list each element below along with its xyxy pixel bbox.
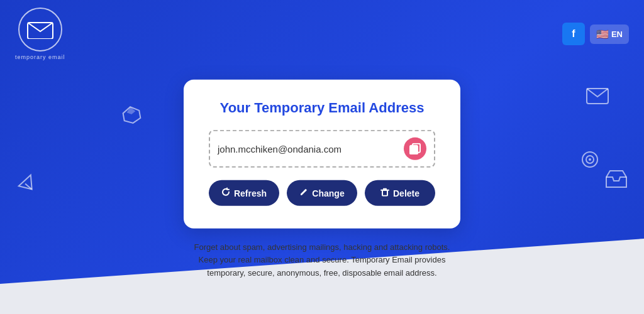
email-address: john.mcchiken@ondania.com — [218, 143, 399, 154]
antenna-icon — [581, 151, 599, 172]
card-title: Your Temporary Email Address — [209, 100, 435, 116]
delete-icon — [380, 188, 389, 198]
gem-icon — [121, 104, 143, 131]
language-selector[interactable]: 🇺🇸 EN — [590, 24, 629, 44]
header-right: f 🇺🇸 EN — [562, 23, 629, 45]
email-field: john.mcchiken@ondania.com — [209, 130, 435, 168]
svg-marker-5 — [126, 106, 136, 115]
copy-button[interactable] — [404, 138, 426, 160]
header: temporary email f 🇺🇸 EN — [0, 0, 644, 68]
flag-icon: 🇺🇸 — [596, 28, 609, 40]
logo-icon — [26, 20, 54, 39]
svg-rect-13 — [410, 146, 418, 154]
mail-icon — [586, 88, 609, 109]
svg-point-11 — [589, 158, 591, 161]
email-card: Your Temporary Email Address john.mcchik… — [184, 80, 460, 229]
change-icon — [299, 188, 308, 198]
svg-rect-16 — [382, 190, 387, 196]
copy-icon — [409, 143, 421, 154]
change-button[interactable]: Change — [287, 180, 357, 206]
inbox-icon — [605, 170, 628, 193]
lang-code: EN — [611, 30, 623, 39]
description-paragraph: Forget about spam, advertising mailings,… — [184, 241, 460, 280]
logo-circle — [18, 8, 62, 51]
logo: temporary email — [15, 8, 65, 60]
description-text: Forget about spam, advertising mailings,… — [184, 241, 460, 280]
facebook-button[interactable]: f — [562, 23, 585, 45]
change-label: Change — [312, 188, 344, 198]
refresh-icon — [221, 188, 230, 198]
delete-label: Delete — [393, 188, 419, 198]
refresh-button[interactable]: Refresh — [209, 180, 279, 206]
card-wrapper: Your Temporary Email Address john.mcchik… — [184, 80, 460, 229]
logo-text: temporary email — [15, 54, 65, 60]
card-actions: Refresh Change — [209, 180, 435, 206]
refresh-label: Refresh — [234, 188, 267, 198]
delete-button[interactable]: Delete — [365, 180, 435, 206]
